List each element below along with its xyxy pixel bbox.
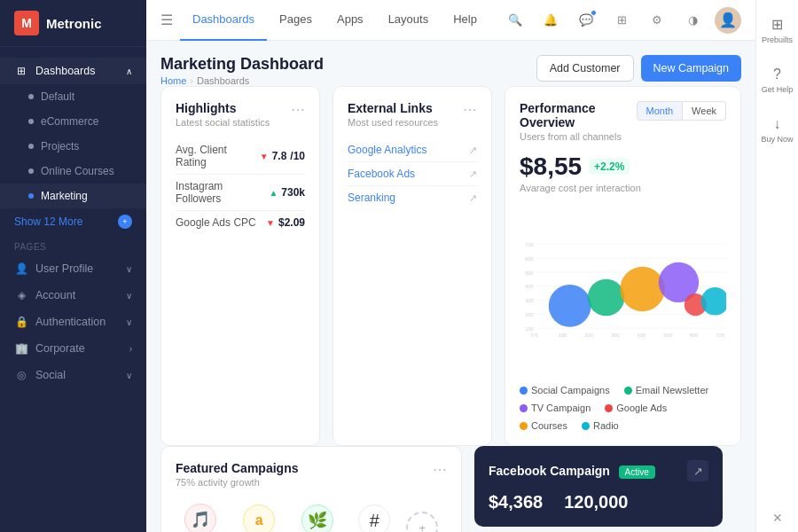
legend-email-newsletter: Email Newsletter: [624, 385, 709, 395]
theme-icon[interactable]: ◑: [679, 7, 706, 34]
get-help-button[interactable]: ? Get Help: [761, 57, 794, 103]
legend-tv-campaign: TV Campaign: [520, 403, 591, 413]
pages-section-label: PAGES: [0, 235, 146, 255]
stat-suffix-rating: /10: [290, 150, 305, 162]
highlights-menu-icon[interactable]: ⋯: [291, 101, 305, 118]
svg-text:700: 700: [716, 332, 724, 338]
external-link-icon-2: ↗: [469, 168, 477, 180]
external-links-subtitle: Most used resources: [348, 117, 438, 128]
breadcrumb-current: Dashboards: [197, 75, 249, 86]
nav-dot-active: [28, 193, 34, 199]
tab-apps[interactable]: Apps: [325, 0, 376, 41]
sidebar-item-online-courses[interactable]: Online Courses: [0, 159, 146, 184]
stat-row-instagram: Instagram Followers ▲ 730k: [176, 175, 305, 211]
tab-pages[interactable]: Pages: [267, 0, 325, 41]
performance-subtitle: Users from all channels: [520, 131, 637, 142]
performance-value: $8,55: [520, 153, 582, 181]
sidebar-item-account[interactable]: ◈ Account ∨: [0, 282, 146, 309]
topnav: ☰ Dashboards Pages Apps Layouts Help 🔍 🔔…: [146, 0, 755, 41]
svg-text:0: 0: [535, 332, 537, 338]
legend-label-courses: Courses: [531, 420, 567, 431]
sidebar-item-ecommerce[interactable]: eCommerce: [0, 109, 146, 134]
page-title-area: Marketing Dashboard Home › Dashboards: [160, 55, 324, 86]
facebook-campaign-card: Facebook Campaign Active ↗ $4,368 120,00…: [474, 446, 723, 527]
featured-campaigns-card: Featured Campaigns 75% activity growth ⋯…: [160, 446, 462, 532]
performance-card: Performance Overview Users from all chan…: [505, 86, 741, 446]
new-campaign-button[interactable]: New Campaign: [641, 55, 741, 82]
show-more-button[interactable]: Show 12 More +: [0, 208, 146, 235]
seranking-link[interactable]: Seranking: [348, 192, 395, 204]
panel-close-button[interactable]: ✕: [772, 511, 783, 525]
chevron-icon: ∨: [126, 317, 132, 327]
nav-dot: [28, 144, 34, 149]
google-analytics-link[interactable]: Google Analytics: [348, 144, 426, 156]
chat-icon[interactable]: 💬: [573, 7, 599, 34]
external-links-menu-icon[interactable]: ⋯: [463, 101, 477, 118]
bubble-email: [588, 279, 625, 317]
highlights-subtitle: Latest social statistics: [176, 117, 270, 128]
sidebar-online-courses-label: Online Courses: [41, 165, 114, 177]
ext-link-analytics: Google Analytics ↗: [348, 138, 477, 162]
highlights-card-header: Highlights Latest social statistics ⋯: [176, 101, 305, 128]
brand-tab-bp[interactable]: 🌿 BP: [293, 499, 342, 532]
settings-icon[interactable]: ⚙: [644, 7, 670, 34]
legend-dot-courses: [520, 422, 528, 430]
tab-help[interactable]: Help: [441, 0, 489, 41]
buy-now-button[interactable]: ↓ Buy Now: [761, 106, 794, 153]
show-more-badge: +: [118, 215, 132, 229]
user-icon: 👤: [14, 262, 28, 276]
stat-value-rating: ▼ 7.8/10: [260, 150, 305, 162]
topnav-right: 🔍 🔔 💬 ⊞ ⚙ ◑ 👤: [502, 7, 741, 34]
sidebar-item-corporate[interactable]: 🏢 Corporate ›: [0, 335, 146, 362]
stat-val-rating: 7.8: [272, 150, 287, 162]
brand-tab-beats[interactable]: 🎵 Beats: [176, 498, 225, 532]
nav-dot: [28, 94, 34, 99]
stat-value-instagram: ▲ 730k: [269, 186, 305, 199]
sidebar-item-dashboards[interactable]: ⊞ Dashboards ∧: [0, 58, 146, 84]
grid-apps-icon[interactable]: ⊞: [608, 7, 635, 34]
sidebar-item-projects[interactable]: Projects: [0, 134, 146, 159]
tab-dashboards[interactable]: Dashboards: [180, 0, 267, 41]
stat-label-rating: Avg. Client Rating: [176, 144, 260, 168]
svg-text:200: 200: [525, 312, 533, 317]
breadcrumb-home[interactable]: Home: [160, 75, 186, 86]
external-links-title: External Links: [348, 101, 438, 115]
fb-active-badge: Active: [619, 466, 655, 479]
brand-tab-slack[interactable]: # Slack: [349, 499, 399, 532]
sidebar-item-default[interactable]: Default: [0, 84, 146, 109]
legend-label-google: Google Ads: [616, 403, 667, 413]
performance-change-label: Avarage cost per interaction: [520, 183, 726, 193]
sidebar-item-user-profile[interactable]: 👤 User Profile ∨: [0, 255, 146, 282]
facebook-ads-link[interactable]: Facebook Ads: [348, 168, 415, 180]
toggle-month-button[interactable]: Month: [637, 101, 684, 121]
svg-text:100: 100: [559, 332, 567, 338]
fb-expand-button[interactable]: ↗: [687, 460, 708, 481]
page-header-actions: Add Customer New Campaign: [536, 55, 741, 82]
ext-link-seranking: Seranking ↗: [348, 186, 477, 209]
beats-icon: 🎵: [184, 504, 216, 532]
sidebar-account-label: Account: [35, 289, 75, 301]
grid-icon: ⊞: [14, 64, 28, 78]
fb-header: Facebook Campaign Active ↗: [489, 460, 708, 481]
brand-tab-amazon[interactable]: a Amazon: [232, 499, 286, 532]
sidebar-item-authentication[interactable]: 🔒 Authentication ∨: [0, 309, 146, 335]
legend-label-social: Social Campaigns: [531, 385, 610, 395]
search-icon[interactable]: 🔍: [502, 7, 528, 34]
avatar[interactable]: 👤: [715, 7, 741, 34]
fb-stat-value-2: 120,000: [564, 492, 628, 512]
add-customer-button[interactable]: Add Customer: [536, 55, 634, 82]
toggle-week-button[interactable]: Week: [683, 101, 726, 121]
brand-tabs: 🎵 Beats a Amazon 🌿 BP # Slack: [176, 498, 447, 532]
hamburger-icon[interactable]: ☰: [160, 12, 173, 28]
prebuilts-button[interactable]: ⊞ Prebuilts: [761, 7, 794, 53]
external-links-card: External Links Most used resources ⋯ Goo…: [332, 86, 492, 446]
featured-menu-icon[interactable]: ⋯: [433, 461, 447, 478]
brand-add-button[interactable]: +: [406, 512, 438, 532]
svg-text:0: 0: [531, 332, 534, 338]
sidebar-item-marketing[interactable]: Marketing: [0, 184, 146, 208]
tab-layouts[interactable]: Layouts: [376, 0, 442, 41]
bell-icon[interactable]: 🔔: [537, 7, 564, 34]
corporate-icon: 🏢: [14, 341, 28, 356]
sidebar-social-label: Social: [35, 369, 66, 381]
sidebar-item-social[interactable]: ◎ Social ∨: [0, 362, 146, 388]
